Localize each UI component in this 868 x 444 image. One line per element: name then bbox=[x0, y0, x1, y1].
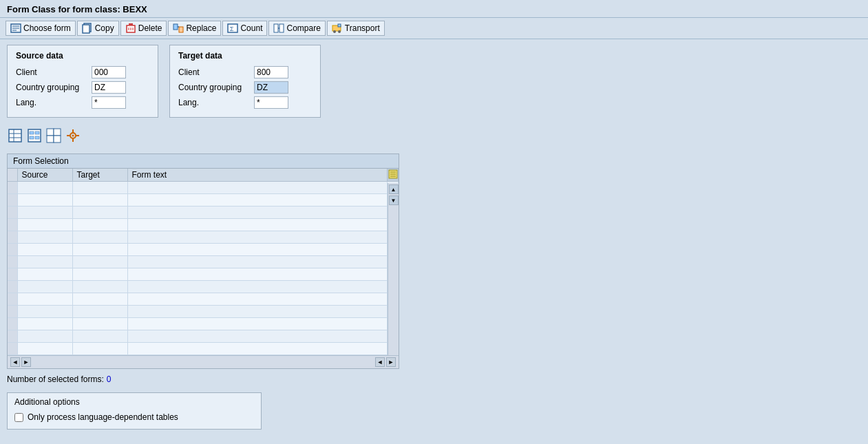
table-icon bbox=[8, 128, 23, 143]
formtext-cell bbox=[127, 318, 388, 330]
compare-button[interactable]: Compare bbox=[268, 21, 325, 36]
language-checkbox[interactable] bbox=[14, 413, 23, 422]
target-country-input[interactable] bbox=[254, 81, 288, 94]
copy-button[interactable]: Copy bbox=[77, 21, 119, 36]
target-lang-input[interactable] bbox=[254, 96, 288, 109]
choose-form-icon bbox=[10, 23, 21, 34]
scroll-left-arrow-right[interactable]: ◄ bbox=[375, 357, 385, 367]
compare-label: Compare bbox=[286, 23, 320, 33]
row-selector-cell bbox=[8, 293, 17, 306]
grid-icon bbox=[27, 128, 42, 143]
main-content: Source data Client Country grouping Lang… bbox=[0, 39, 868, 435]
scroll-right-arrow-left[interactable]: ► bbox=[21, 357, 31, 367]
row-selector-cell bbox=[8, 219, 17, 231]
additional-options-title: Additional options bbox=[14, 397, 254, 407]
svg-rect-34 bbox=[47, 136, 54, 142]
target-cell bbox=[72, 219, 127, 231]
svg-rect-11 bbox=[173, 24, 178, 30]
table-row[interactable] bbox=[8, 256, 399, 268]
left-scroll-arrows: ◄ ► bbox=[10, 357, 31, 367]
choose-form-button[interactable]: Choose form bbox=[6, 21, 76, 36]
formtext-cell bbox=[127, 219, 388, 231]
table-row[interactable] bbox=[8, 207, 399, 219]
form-selection: Form Selection Source Target Form text bbox=[7, 154, 399, 369]
svg-rect-27 bbox=[28, 129, 41, 142]
target-client-input[interactable] bbox=[254, 66, 288, 78]
source-cell bbox=[17, 244, 72, 256]
transport-icon bbox=[332, 23, 343, 34]
transport-button[interactable]: Transport bbox=[327, 21, 385, 36]
table-row[interactable] bbox=[8, 281, 399, 293]
scroll-down-arrow[interactable]: ▼ bbox=[389, 195, 399, 205]
count-value: 0 bbox=[107, 374, 112, 384]
table-row[interactable] bbox=[8, 268, 399, 281]
row-selector-cell bbox=[8, 207, 17, 219]
source-panel-title: Source data bbox=[16, 51, 149, 61]
source-lang-label: Lang. bbox=[16, 98, 92, 107]
source-cell bbox=[17, 268, 72, 281]
page-title: Form Class for form class: BEXX bbox=[7, 4, 147, 14]
count-button[interactable]: Σ Count bbox=[222, 21, 267, 36]
delete-button[interactable]: Delete bbox=[120, 21, 167, 36]
target-cell bbox=[72, 231, 127, 244]
table-row[interactable] bbox=[8, 231, 399, 244]
formtext-cell bbox=[127, 231, 388, 244]
scroll-right-arrow[interactable]: ► bbox=[386, 357, 396, 367]
col-resize-icon[interactable] bbox=[388, 169, 399, 182]
settings-icon-btn[interactable] bbox=[65, 127, 81, 144]
replace-button[interactable]: Replace bbox=[168, 21, 221, 36]
copy-label: Copy bbox=[95, 23, 114, 33]
scroll-left-arrow[interactable]: ◄ bbox=[10, 357, 20, 367]
row-selector-cell bbox=[8, 330, 17, 343]
formtext-cell bbox=[127, 306, 388, 318]
table-row[interactable] bbox=[8, 293, 399, 306]
target-client-row: Client bbox=[178, 66, 312, 78]
source-cell bbox=[17, 281, 72, 293]
target-panel-title: Target data bbox=[178, 51, 312, 61]
source-lang-row: Lang. bbox=[16, 96, 149, 109]
table-row[interactable] bbox=[8, 343, 399, 355]
table-row[interactable] bbox=[8, 330, 399, 343]
target-lang-label: Lang. bbox=[178, 98, 254, 107]
table-row[interactable] bbox=[8, 194, 399, 207]
count-row: Number of selected forms: 0 bbox=[7, 374, 861, 384]
svg-rect-12 bbox=[179, 27, 183, 32]
target-lang-row: Lang. bbox=[178, 96, 312, 109]
language-checkbox-label: Only process language-dependent tables bbox=[28, 412, 178, 422]
table-row[interactable] bbox=[8, 244, 399, 256]
formtext-col-header: Form text bbox=[127, 169, 388, 182]
row-selector-cell bbox=[8, 268, 17, 281]
table-row[interactable] bbox=[8, 219, 399, 231]
grid-icon-btn[interactable] bbox=[26, 127, 43, 144]
target-cell bbox=[72, 207, 127, 219]
table-bottom-controls: ◄ ► ◄ ► bbox=[8, 355, 399, 368]
svg-rect-29 bbox=[35, 131, 39, 134]
svg-rect-5 bbox=[83, 25, 89, 33]
source-country-row: Country grouping bbox=[16, 81, 149, 94]
formtext-cell bbox=[127, 207, 388, 219]
scroll-up-arrow[interactable]: ▲ bbox=[389, 184, 399, 194]
row-selector-cell bbox=[8, 194, 17, 207]
row-selector-cell bbox=[8, 256, 17, 268]
vertical-scrollbar[interactable]: ▲ ▼ bbox=[388, 183, 399, 355]
svg-point-20 bbox=[333, 30, 336, 33]
source-cell bbox=[17, 219, 72, 231]
target-client-label: Client bbox=[178, 67, 254, 77]
target-cell bbox=[72, 330, 127, 343]
toolbar: Choose form Copy Delete Replace Σ Count … bbox=[0, 18, 868, 39]
target-col-header: Target bbox=[72, 169, 127, 182]
target-cell bbox=[72, 293, 127, 306]
table-icon-btn[interactable] bbox=[7, 127, 23, 144]
table-row[interactable] bbox=[8, 306, 399, 318]
multi-grid-icon-btn[interactable] bbox=[45, 127, 62, 144]
source-client-input[interactable] bbox=[92, 66, 126, 78]
multi-grid-icon bbox=[46, 128, 61, 143]
table-row[interactable] bbox=[8, 318, 399, 330]
table-row[interactable] bbox=[8, 182, 399, 194]
formtext-cell bbox=[127, 244, 388, 256]
source-client-label: Client bbox=[16, 67, 92, 77]
table-header-row: Source Target Form text bbox=[8, 169, 399, 182]
svg-rect-28 bbox=[30, 131, 34, 134]
source-country-input[interactable] bbox=[92, 81, 126, 94]
source-lang-input[interactable] bbox=[92, 96, 126, 109]
